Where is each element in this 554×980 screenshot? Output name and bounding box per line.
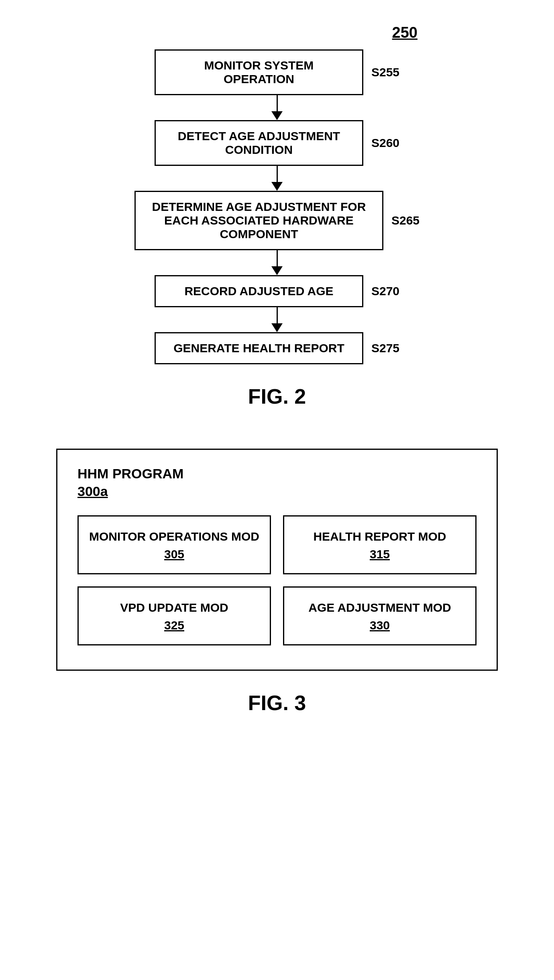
step-s255-box: MONITOR SYSTEM OPERATION — [155, 49, 363, 95]
module-325-box: VPD UPDATE MOD 325 — [77, 586, 271, 645]
arrow-head-3 — [271, 266, 283, 275]
arrow-2 — [271, 166, 283, 191]
arrow-line-2 — [277, 166, 278, 182]
step-s260-row: DETECT AGE ADJUSTMENT CONDITION S260 — [96, 120, 458, 166]
arrow-line-3 — [277, 250, 278, 266]
module-315-number: 315 — [292, 547, 467, 561]
module-305-name: MONITOR OPERATIONS MOD — [87, 529, 262, 544]
step-s275-label: S275 — [371, 341, 399, 355]
arrow-head-2 — [271, 182, 283, 191]
step-s255-row: MONITOR SYSTEM OPERATION S255 — [96, 49, 458, 95]
step-s265-row: DETERMINE AGE ADJUSTMENT FOR EACH ASSOCI… — [96, 191, 458, 250]
fig3-section: HHM PROGRAM 300a MONITOR OPERATIONS MOD … — [56, 449, 498, 739]
step-s265-label: S265 — [391, 214, 420, 227]
step-s255-text: MONITOR SYSTEM OPERATION — [204, 59, 314, 86]
module-325-number: 325 — [87, 619, 262, 632]
step-s275-box: GENERATE HEALTH REPORT — [155, 332, 363, 364]
step-s270-box: RECORD ADJUSTED AGE — [155, 275, 363, 307]
module-305-box: MONITOR OPERATIONS MOD 305 — [77, 515, 271, 574]
step-s270-text: RECORD ADJUSTED AGE — [184, 284, 333, 298]
arrow-line-1 — [277, 95, 278, 111]
arrow-line-4 — [277, 307, 278, 323]
fig2-caption: FIG. 2 — [248, 384, 306, 408]
arrow-4 — [271, 307, 283, 332]
diagram-number-250: 250 — [392, 24, 418, 41]
arrow-head-1 — [271, 111, 283, 120]
hhm-program-box: HHM PROGRAM 300a MONITOR OPERATIONS MOD … — [56, 449, 498, 671]
fig2-section: 250 MONITOR SYSTEM OPERATION S255 DETECT… — [96, 16, 458, 433]
flowchart: MONITOR SYSTEM OPERATION S255 DETECT AGE… — [96, 49, 458, 364]
step-s275-row: GENERATE HEALTH REPORT S275 — [96, 332, 458, 364]
arrow-head-4 — [271, 323, 283, 332]
module-330-name: AGE ADJUSTMENT MOD — [292, 600, 467, 615]
step-s260-label: S260 — [371, 136, 399, 150]
arrow-3 — [271, 250, 283, 275]
step-s270-row: RECORD ADJUSTED AGE S270 — [96, 275, 458, 307]
step-s270-label: S270 — [371, 284, 399, 298]
module-315-box: HEALTH REPORT MOD 315 — [283, 515, 477, 574]
module-305-number: 305 — [87, 547, 262, 561]
step-s265-box: DETERMINE AGE ADJUSTMENT FOR EACH ASSOCI… — [134, 191, 383, 250]
hhm-program-title: HHM PROGRAM — [77, 466, 477, 482]
step-s275-text: GENERATE HEALTH REPORT — [173, 341, 344, 355]
hhm-program-number: 300a — [77, 484, 477, 499]
step-s265-text: DETERMINE AGE ADJUSTMENT FOR EACH ASSOCI… — [152, 200, 366, 241]
modules-grid: MONITOR OPERATIONS MOD 305 HEALTH REPORT… — [77, 515, 477, 645]
module-330-box: AGE ADJUSTMENT MOD 330 — [283, 586, 477, 645]
arrow-1 — [271, 95, 283, 120]
step-s260-text: DETECT AGE ADJUSTMENT CONDITION — [178, 129, 340, 156]
module-315-name: HEALTH REPORT MOD — [292, 529, 467, 544]
step-s260-box: DETECT AGE ADJUSTMENT CONDITION — [155, 120, 363, 166]
module-325-name: VPD UPDATE MOD — [87, 600, 262, 615]
fig3-caption: FIG. 3 — [248, 691, 306, 715]
module-330-number: 330 — [292, 619, 467, 632]
step-s255-label: S255 — [371, 65, 399, 79]
